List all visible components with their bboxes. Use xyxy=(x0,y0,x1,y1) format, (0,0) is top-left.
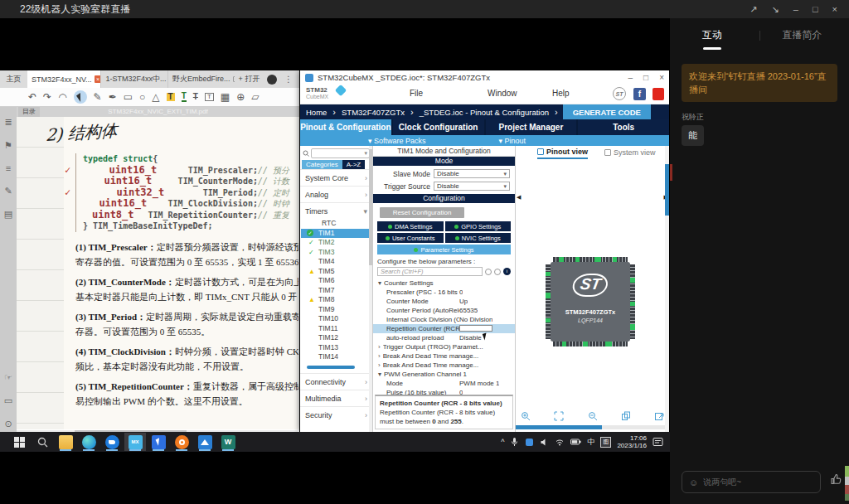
text-box-icon[interactable]: T xyxy=(205,93,214,101)
microphone-icon[interactable] xyxy=(510,437,519,447)
sidebar-item-rtc[interactable]: RTC xyxy=(300,219,372,229)
sidebar-item-tim6[interactable]: TIM6 xyxy=(300,276,372,286)
redo-icon[interactable]: ↷ xyxy=(43,92,51,102)
window-scrollbar[interactable] xyxy=(665,146,669,432)
attachment-icon[interactable]: ▤ xyxy=(4,209,12,220)
taskbar-search-button[interactable] xyxy=(32,433,53,451)
cubemx-titlebar[interactable]: STM32CubeMX _STDEG.ioc*: STM32F407ZGTx –… xyxy=(300,70,669,85)
copy-view-icon[interactable] xyxy=(621,411,631,421)
parameter-search-input[interactable]: Search (Ctrl+F) xyxy=(377,267,483,276)
rectangle-tool-icon[interactable]: ▭ xyxy=(124,92,133,102)
scrollbar-thumb[interactable] xyxy=(665,164,669,216)
info-icon[interactable]: i xyxy=(503,268,511,275)
toc-tab[interactable]: 目录 xyxy=(18,107,40,117)
polygon-tool-icon[interactable]: △ xyxy=(152,92,159,102)
annotation-list-icon[interactable]: ✎ xyxy=(4,186,12,196)
tree-group[interactable]: ›Break And Dead Time manage... xyxy=(373,351,515,361)
ime-icon[interactable]: 图 xyxy=(600,437,611,448)
tab-clock-configuration[interactable]: Clock Configuration xyxy=(393,119,484,135)
close-icon[interactable]: × xyxy=(832,4,837,15)
expand-all-icon[interactable] xyxy=(494,269,501,275)
youtube-icon[interactable] xyxy=(653,88,664,100)
facebook-icon[interactable]: f xyxy=(633,88,646,100)
breadcrumb-home[interactable]: Home xyxy=(300,108,332,117)
tab-system-view[interactable]: System view xyxy=(604,146,656,159)
sidebar-item-tim12[interactable]: TIM12 xyxy=(300,333,372,343)
tree-row[interactable]: ModePWM mode 1 xyxy=(373,379,515,388)
menu-file[interactable]: File xyxy=(410,89,423,98)
sidebar-item-tim4[interactable]: TIM4 xyxy=(300,257,372,267)
outline-icon[interactable]: ≡ xyxy=(6,163,11,173)
ime-mode-label[interactable]: 中 xyxy=(587,437,594,448)
eraser-icon[interactable]: ▱ xyxy=(251,92,259,102)
bluetooth-app-icon[interactable] xyxy=(525,438,534,447)
insert-image-icon[interactable]: ▦ xyxy=(221,92,230,102)
stream-titlebar[interactable]: 22级机器人实验室群直播 ↗ ↘ – □ × xyxy=(0,0,849,18)
text-strikethrough-icon[interactable]: T xyxy=(193,93,198,101)
like-button[interactable] xyxy=(830,472,843,489)
best-fit-icon[interactable] xyxy=(554,411,564,421)
minimize-icon[interactable]: – xyxy=(628,73,633,82)
sidebar-item-tim1[interactable]: ✓TIM1 xyxy=(301,229,370,239)
tab-a-to-z[interactable]: A->Z xyxy=(342,160,366,169)
start-button[interactable] xyxy=(8,433,30,451)
parameter-settings-button[interactable]: Parameter Settings xyxy=(377,245,511,254)
tab-close-icon[interactable]: × xyxy=(95,75,101,83)
sidebar-item-tim9[interactable]: TIM9 xyxy=(300,305,372,315)
sidebar-item-analog[interactable]: Analog› xyxy=(300,186,372,202)
sidebar-item-tim10[interactable]: TIM10 xyxy=(300,314,372,324)
tree-group[interactable]: ›Break And Dead Time manage... xyxy=(373,361,515,370)
dma-settings-button[interactable]: DMA Settings xyxy=(377,221,444,231)
popout-icon[interactable]: ↗ xyxy=(750,4,757,15)
sidebar-item-tim3[interactable]: ✓TIM3 xyxy=(300,248,372,258)
pdf-tab-3[interactable]: 野火EmbedFire... xyxy=(167,70,235,88)
sidebar-item-timers[interactable]: Timers▾ xyxy=(300,202,372,219)
pdf-tab-home[interactable]: 主页 xyxy=(0,70,27,88)
toc-panel-icon[interactable]: ≣ xyxy=(4,117,12,128)
taskbar-file-explorer[interactable] xyxy=(55,433,76,451)
taskbar-cubemx[interactable]: MX xyxy=(124,433,146,451)
breadcrumb-ioc[interactable]: _STDEG.ioc - Pinout & Configuration xyxy=(414,108,555,117)
collapse-left-icon[interactable]: ◀ xyxy=(517,194,521,201)
pen-icon[interactable]: ✒ xyxy=(109,92,117,102)
tree-row[interactable]: Counter Period (AutoReloa...65535 xyxy=(373,306,515,315)
scrollbar-thumb[interactable] xyxy=(369,149,372,265)
tree-group[interactable]: ›Trigger Output (TRGO) Paramet... xyxy=(373,342,515,351)
tree-row[interactable]: auto-reload preloadDisable xyxy=(373,333,515,342)
pinout-dropdown[interactable]: ▾ Pinout xyxy=(499,137,526,145)
user-constants-button[interactable]: User Constants xyxy=(377,233,444,243)
chat-message-input[interactable] xyxy=(703,477,813,487)
taskbar-edge[interactable] xyxy=(78,433,99,451)
more-menu-icon[interactable]: ⋮ xyxy=(284,75,293,84)
text-highlight-icon[interactable]: T xyxy=(167,93,175,101)
tab-categories[interactable]: Categories xyxy=(302,160,342,169)
menu-help[interactable]: Help xyxy=(552,89,570,98)
scrollbar-thumb[interactable] xyxy=(516,425,602,429)
tab-live-intro[interactable]: 直播简介 xyxy=(760,28,845,42)
sidebar-item-connectivity[interactable]: Connectivity› xyxy=(300,373,372,390)
collapse-all-icon[interactable] xyxy=(485,269,492,275)
emoji-icon[interactable]: ☺ xyxy=(689,477,698,487)
tree-group[interactable]: ▾PWM Generation Channel 1 xyxy=(373,370,515,379)
export-view-icon[interactable] xyxy=(654,411,664,421)
highlighter-icon[interactable]: ✎ xyxy=(94,92,102,102)
taskbar-annotation-app[interactable] xyxy=(148,433,169,451)
maximize-icon[interactable]: □ xyxy=(643,73,648,82)
tree-group[interactable]: ▾Counter Settings xyxy=(373,279,515,288)
text-underline-icon[interactable]: T xyxy=(182,92,187,102)
tray-expand-icon[interactable]: ^ xyxy=(501,438,504,446)
more-tools-icon[interactable]: ⊙ xyxy=(4,419,12,429)
taskbar-dingtalk[interactable] xyxy=(101,433,123,451)
taskbar-clock[interactable]: 17:06 2023/1/16 xyxy=(617,434,647,449)
sidebar-item-multimedia[interactable]: Multimedia› xyxy=(300,390,372,406)
slave-mode-select[interactable]: Disable▾ xyxy=(434,169,510,178)
wifi-icon[interactable] xyxy=(555,438,565,447)
notification-center-icon[interactable] xyxy=(653,437,663,447)
tree-row-selected[interactable]: Repetition Counter (RCR - ... xyxy=(373,324,515,333)
zoom-out-icon[interactable] xyxy=(588,411,598,421)
value-edit-input[interactable] xyxy=(459,325,492,332)
select-cursor-icon[interactable] xyxy=(74,90,87,104)
trigger-source-select[interactable]: Disable▾ xyxy=(434,182,510,191)
speaker-icon[interactable] xyxy=(540,438,549,447)
pdf-tab-active[interactable]: STM32F4xx_NV... × xyxy=(27,70,101,88)
